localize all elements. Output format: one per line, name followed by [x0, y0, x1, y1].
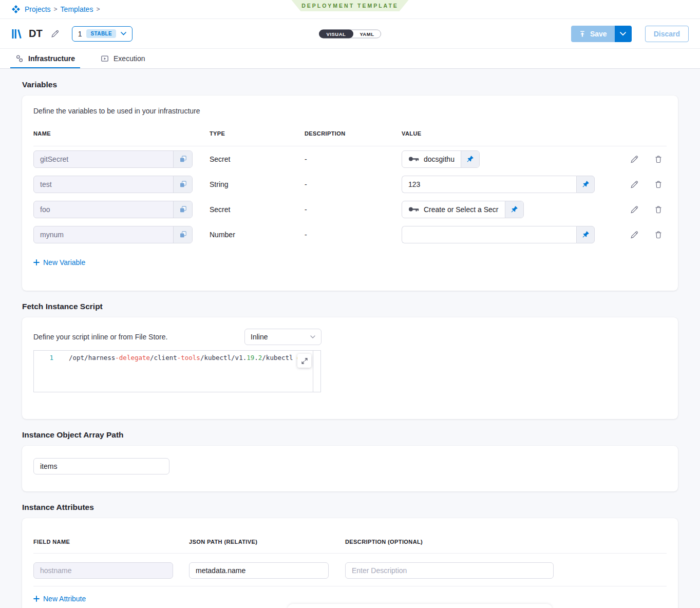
script-source-select[interactable]: Inline: [244, 329, 321, 345]
variables-description: Define the variables to be used in your …: [33, 107, 667, 115]
variable-name-value: foo: [34, 205, 173, 214]
fetch-instance-script-heading: Fetch Instance Script: [22, 302, 678, 311]
chevron-down-icon: [121, 32, 126, 35]
template-header: DT 1 STABLE VISUAL YAML: [0, 19, 700, 49]
chevron-down-icon: [310, 335, 315, 338]
table-divider: [33, 553, 667, 554]
column-value: VALUE: [402, 130, 421, 137]
toggle-visual[interactable]: VISUAL: [319, 29, 354, 38]
table-row: test String -: [33, 172, 667, 197]
copy-button[interactable]: [173, 176, 192, 193]
discard-button[interactable]: Discard: [645, 26, 689, 42]
breadcrumb-separator: >: [54, 6, 58, 13]
fetch-instance-script-card: Define your script inline or from File S…: [22, 317, 678, 419]
version-selector[interactable]: 1 STABLE: [72, 26, 133, 42]
variable-type: Secret: [210, 155, 230, 163]
variable-description: -: [305, 231, 307, 239]
attribute-field-name-input[interactable]: [33, 562, 173, 579]
attribute-json-path-input[interactable]: [189, 562, 329, 579]
variable-description: -: [305, 155, 307, 163]
variables-table-header: NAME TYPE DESCRIPTION VALUE: [33, 130, 667, 138]
instance-object-array-path-card: [22, 446, 678, 491]
variable-type: Number: [210, 231, 235, 239]
plus-icon: [33, 596, 40, 602]
tabs-bar: Infrastructure Execution: [0, 49, 700, 69]
save-options-button[interactable]: [615, 26, 632, 42]
breadcrumb-projects-link[interactable]: Projects: [25, 5, 51, 13]
new-variable-button[interactable]: New Variable: [33, 258, 85, 267]
instance-object-array-path-heading: Instance Object Array Path: [22, 430, 678, 440]
runtime-input-pin-button[interactable]: [576, 176, 595, 193]
script-source-description: Define your script inline or from File S…: [33, 333, 167, 341]
bottom-cutoff-panel: [288, 604, 552, 608]
edit-title-button[interactable]: [51, 29, 60, 38]
tab-infrastructure-label: Infrastructure: [28, 54, 75, 63]
runtime-input-pin-button[interactable]: [461, 151, 479, 167]
save-button[interactable]: Save: [571, 26, 615, 42]
editor-line-number: 1: [34, 354, 58, 392]
instance-attributes-table-header: FIELD NAME JSON PATH (RELATIVE) DESCRIPT…: [33, 539, 667, 546]
plus-icon: [33, 259, 40, 265]
secret-placeholder: Create or Select a Secr: [424, 205, 499, 214]
column-description: DESCRIPTION: [305, 130, 346, 137]
variable-name-field: gitSecret: [33, 150, 193, 168]
visual-yaml-toggle: VISUAL YAML: [319, 29, 382, 38]
delete-variable-button[interactable]: [652, 203, 665, 216]
column-json-path: JSON PATH (RELATIVE): [189, 539, 257, 545]
table-row: foo Secret - Create or Select a Secr: [33, 197, 667, 222]
version-stable-badge: STABLE: [86, 29, 116, 38]
variable-type: String: [210, 180, 229, 188]
copy-button[interactable]: [173, 201, 192, 218]
copy-button[interactable]: [173, 151, 192, 167]
key-icon: [408, 206, 419, 213]
breadcrumb-separator: >: [96, 6, 100, 13]
secret-reference-chip[interactable]: docsgithu: [402, 150, 480, 168]
column-type: TYPE: [210, 130, 225, 137]
runtime-input-pin-button[interactable]: [576, 226, 595, 243]
variable-description: -: [305, 180, 307, 188]
delete-variable-button[interactable]: [652, 178, 665, 191]
column-field-name: FIELD NAME: [33, 539, 70, 545]
projects-icon: [11, 5, 21, 14]
copy-button[interactable]: [173, 226, 192, 243]
create-or-select-secret-button[interactable]: Create or Select a Secr: [402, 201, 524, 218]
variable-name-value: mynum: [34, 231, 173, 239]
new-attribute-label: New Attribute: [43, 595, 86, 603]
toggle-yaml[interactable]: YAML: [353, 30, 381, 37]
breadcrumb-templates-link[interactable]: Templates: [61, 5, 93, 13]
save-label: Save: [590, 30, 607, 38]
attribute-description-input[interactable]: [345, 562, 554, 579]
variable-description: -: [305, 205, 307, 214]
edit-variable-button[interactable]: [628, 203, 641, 216]
new-variable-label: New Variable: [43, 258, 85, 267]
deployment-template-ribbon: DEPLOYMENT TEMPLATE: [292, 0, 409, 11]
instance-attributes-card: FIELD NAME JSON PATH (RELATIVE) DESCRIPT…: [22, 518, 678, 608]
edit-variable-button[interactable]: [628, 153, 641, 165]
infrastructure-icon: [15, 54, 24, 63]
variable-name-field: mynum: [33, 226, 193, 243]
variable-name-field: test: [33, 176, 193, 193]
table-row: [33, 562, 667, 579]
template-title: DT: [29, 28, 43, 40]
variable-value-input[interactable]: [402, 176, 576, 193]
table-divider: [33, 586, 667, 586]
table-row: mynum Number -: [33, 222, 667, 247]
variable-value-input[interactable]: [402, 226, 576, 243]
instance-object-array-path-input[interactable]: [33, 458, 169, 474]
delete-variable-button[interactable]: [652, 229, 665, 241]
variable-name-value: gitSecret: [34, 155, 173, 163]
runtime-input-pin-button[interactable]: [505, 201, 523, 218]
variable-type: Secret: [210, 205, 230, 214]
expand-icon: [301, 358, 308, 364]
tab-execution[interactable]: Execution: [96, 49, 150, 68]
script-code-editor[interactable]: 1 /opt/harness-delegate/client-tools/kub…: [33, 350, 321, 392]
column-name: NAME: [33, 130, 51, 137]
expand-editor-button[interactable]: [297, 354, 311, 368]
key-icon: [408, 156, 419, 162]
variable-name-field: foo: [33, 201, 193, 218]
new-attribute-button[interactable]: New Attribute: [33, 595, 86, 603]
delete-variable-button[interactable]: [652, 153, 665, 165]
edit-variable-button[interactable]: [628, 228, 641, 241]
edit-variable-button[interactable]: [628, 178, 641, 191]
tab-infrastructure[interactable]: Infrastructure: [10, 49, 80, 68]
